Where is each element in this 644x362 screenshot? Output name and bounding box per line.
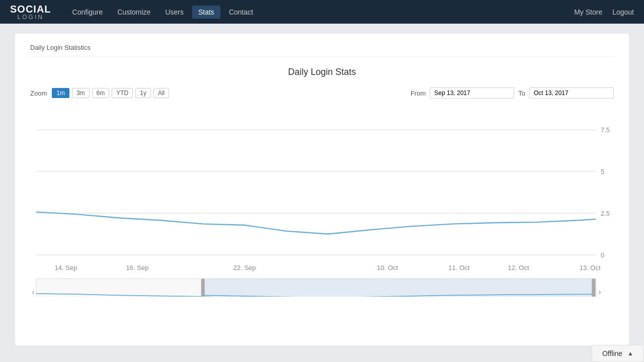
main-nav: Configure Customize Users Stats Contact: [66, 6, 260, 19]
zoom-6m[interactable]: 6m: [92, 88, 110, 98]
chart-section: Daily Login Stats Zoom 1m 3m 6m YTD 1y A…: [30, 67, 614, 299]
to-label: To: [518, 89, 525, 97]
zoom-label: Zoom: [30, 89, 47, 97]
logo: SOCIAL LOGIN: [10, 4, 51, 20]
from-label: From: [411, 89, 426, 97]
main-content: Daily Login Statistics Daily Login Stats…: [0, 24, 644, 355]
nav-customize[interactable]: Customize: [111, 6, 156, 19]
x-label-10oct: 10. Oct: [377, 264, 398, 272]
logout-link[interactable]: Logout: [612, 8, 634, 16]
navigator-selection: [203, 279, 596, 297]
zoom-3m[interactable]: 3m: [72, 88, 90, 98]
from-date-input[interactable]: [430, 87, 514, 99]
zoom-all[interactable]: All: [153, 88, 169, 98]
logo-login: LOGIN: [10, 14, 51, 20]
offline-badge[interactable]: Offline ▲: [592, 345, 644, 362]
navigator-handle-right: [592, 279, 595, 297]
x-label-13oct: 13. Oct: [580, 264, 601, 272]
navigator-handle-left: [201, 279, 205, 297]
header-left: SOCIAL LOGIN Configure Customize Users S…: [10, 4, 259, 20]
zoom-1m[interactable]: 1m: [52, 88, 69, 98]
x-label-16sep: 16. Sep: [126, 264, 149, 272]
scroll-right-icon: ›: [598, 287, 601, 297]
my-store-link[interactable]: My Store: [574, 8, 602, 16]
y-label-25: 2.5: [601, 210, 610, 217]
logo-social: SOCIAL: [10, 4, 51, 14]
x-label-12oct: 12. Oct: [508, 264, 529, 272]
y-label-5: 5: [601, 168, 604, 175]
zoom-ytd[interactable]: YTD: [112, 88, 133, 98]
nav-stats[interactable]: Stats: [192, 6, 220, 19]
chart-wrapper: 7.5 5 2.5 0 14. Sep 16. Sep 22. Sep 10. …: [30, 106, 614, 299]
x-label-11oct: 11. Oct: [448, 264, 469, 272]
y-label-0: 0: [601, 251, 604, 259]
x-label-22sep: 22. Sep: [233, 264, 256, 272]
header: SOCIAL LOGIN Configure Customize Users S…: [0, 0, 644, 24]
chart-line: [36, 212, 596, 234]
to-date-input[interactable]: [529, 87, 614, 99]
header-right: My Store Logout: [574, 8, 634, 16]
zoom-controls: Zoom 1m 3m 6m YTD 1y All: [30, 88, 169, 98]
chart-svg: 7.5 5 2.5 0 14. Sep 16. Sep 22. Sep 10. …: [30, 106, 614, 297]
page-container: Daily Login Statistics Daily Login Stats…: [15, 34, 629, 345]
chart-controls: Zoom 1m 3m 6m YTD 1y All From To: [30, 87, 614, 99]
offline-chevron-icon: ▲: [627, 350, 633, 357]
chart-title: Daily Login Stats: [30, 67, 614, 77]
offline-label: Offline: [602, 349, 622, 357]
breadcrumb: Daily Login Statistics: [30, 44, 614, 57]
scroll-left-icon: ‹: [32, 287, 35, 297]
zoom-1y[interactable]: 1y: [135, 88, 151, 98]
x-label-14sep: 14. Sep: [55, 264, 77, 272]
nav-contact[interactable]: Contact: [223, 6, 259, 19]
nav-users[interactable]: Users: [159, 6, 190, 19]
date-range: From To: [411, 87, 614, 99]
y-label-75: 7.5: [601, 126, 610, 134]
nav-configure[interactable]: Configure: [66, 6, 109, 19]
